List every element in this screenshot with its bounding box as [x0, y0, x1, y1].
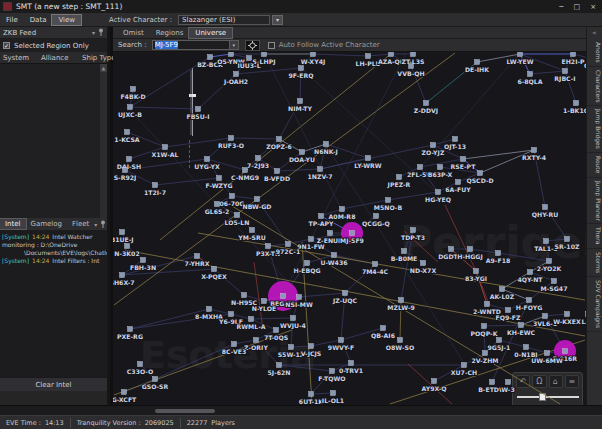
close-icon[interactable]: × — [590, 3, 596, 11]
menu-item-file[interactable]: File — [0, 15, 24, 25]
map-system-ly-wrw[interactable]: LY-WRW — [354, 156, 381, 169]
map-system-m5no-b[interactable]: M5NO-B — [374, 198, 403, 211]
map-system-b63p-x[interactable]: B63P-X — [428, 165, 453, 178]
map-system-wvju-4[interactable]: WVJU-4 — [280, 316, 307, 330]
map-system-z-ddvj[interactable]: Z-DDVJ — [414, 101, 438, 115]
map-system-83-ygi[interactable]: 83-YGI — [465, 269, 487, 282]
map-system-f4bk-d[interactable]: F4BK-D — [120, 87, 145, 100]
map-system-ay9x-q[interactable]: AY9X-Q — [421, 379, 446, 392]
maximize-icon[interactable]: □ — [574, 3, 581, 11]
right-tab-jump-bridges[interactable]: Jump Bridges — [587, 106, 602, 153]
map-system-uyg-yx[interactable]: UYG-YX — [194, 157, 220, 170]
map-system-w-3[interactable]: W-3 — [501, 380, 514, 393]
map-system-rxty-4[interactable]: RXTY-4 — [522, 148, 547, 161]
tab-universe[interactable]: Universe — [189, 28, 232, 38]
map-system-gso-sr[interactable]: GSO-SR — [142, 377, 169, 390]
map-system-de-ihk[interactable]: DE-IHK — [465, 60, 489, 73]
map-system-m-sg47[interactable]: M-SG47 — [541, 279, 568, 292]
universe-map[interactable]: ↶Ω⌂≡ PerrigenEsoteriaF4BK-DUJXC-BFB5U-IB… — [113, 52, 586, 405]
map-system-a0m-r8[interactable]: A0M-R8 — [329, 207, 356, 220]
menu-item-view[interactable]: View — [52, 15, 81, 25]
locate-crosshair-button[interactable] — [245, 40, 260, 51]
map-system-ym-sru[interactable]: YM-SRU — [237, 228, 265, 241]
map-system-il-ol1[interactable]: IL-OL1 — [322, 391, 344, 404]
map-system-9f-erq[interactable]: 9F-ERQ — [288, 66, 313, 79]
right-tab-thera[interactable]: Thera — [587, 224, 602, 248]
map-system-9g5j-1[interactable]: 9G5J-1 — [488, 338, 511, 352]
minimize-icon[interactable]: ─ — [559, 3, 563, 11]
map-system-nbw-gd[interactable]: NBW-GD — [243, 197, 272, 210]
map-system-rjbc-i[interactable]: RJBC-I — [554, 69, 575, 83]
map-system-w-kxex[interactable]: W-KXEX — [553, 312, 581, 325]
map-system-xu7-ch[interactable]: XU7-CH — [451, 363, 477, 376]
right-tab-route[interactable]: Route — [587, 153, 602, 177]
map-system-ojt-13[interactable]: OJT-13 — [444, 137, 466, 151]
right-tab-sov-campaigns[interactable]: SOV Campaigns — [587, 277, 602, 332]
map-system-9wvy-f[interactable]: 9WVY-F — [328, 338, 354, 351]
map-system-dai-sh[interactable]: DAI-SH — [117, 157, 141, 170]
right-tab-jump-planner[interactable]: Jump Planner — [587, 178, 602, 225]
map-system-qhy-ru[interactable]: QHY-RU — [532, 205, 558, 218]
horizontal-scrollbar[interactable] — [155, 409, 215, 413]
pin-icon[interactable] — [100, 220, 106, 229]
map-system-h-foyg[interactable]: H-FOYG — [516, 298, 543, 311]
map-system-qcgg-q[interactable]: QCGG-Q — [362, 214, 390, 227]
map-system-fbh-3n[interactable]: FBH-3N — [130, 258, 156, 271]
map-system-06-70g[interactable]: 06-70G — [220, 194, 245, 207]
selected-region-only-checkbox[interactable]: ✓ — [3, 42, 10, 49]
map-system-n-3k02[interactable]: N-3K02 — [114, 244, 139, 257]
map-system-ak-l0z[interactable]: AK-L0Z — [490, 287, 515, 300]
map-system-7-yhrx[interactable]: 7-YHRX — [184, 254, 209, 267]
chevron-down-icon[interactable]: ▾ — [92, 29, 95, 36]
map-system-c-nmg9[interactable]: C-NMG9 — [231, 168, 259, 181]
zkb-scrollbar[interactable]: ▲ — [100, 64, 107, 218]
clear-intel-button[interactable]: Clear Intel — [0, 377, 107, 391]
menu-item-data[interactable]: Data — [24, 15, 53, 25]
map-system-ruf3-o[interactable]: RUF3-O — [218, 136, 244, 149]
map-system-6-8qla[interactable]: 6-8QLA — [517, 72, 542, 85]
map-system-j-oah2[interactable]: J-OAH2 — [223, 72, 248, 86]
map-system-qb-ai6[interactable]: QB-AI6 — [371, 326, 395, 339]
tab-intel[interactable]: Intel — [0, 219, 26, 229]
map-system-zo-yjz[interactable]: ZO-YJZ — [422, 143, 445, 157]
chevron-down-icon[interactable]: ▾ — [272, 15, 283, 25]
column-header-alliance[interactable]: Alliance — [38, 52, 79, 63]
tab-regions[interactable]: Regions — [150, 28, 190, 38]
map-system-kh-ewc[interactable]: KH-EWC — [507, 323, 536, 336]
map-system-7m4-4c[interactable]: 7M4-4C — [362, 262, 389, 275]
auto-follow-checkbox[interactable] — [268, 42, 275, 49]
map-system-s-r92j[interactable]: S-R92J — [114, 168, 137, 182]
pin-icon[interactable] — [98, 28, 104, 37]
tab-gamelog[interactable]: Gamelog — [26, 219, 68, 229]
map-system-vvb-qh[interactable]: VVB-QH — [397, 64, 424, 77]
map-system-qscd-d[interactable]: QSCD-D — [466, 171, 493, 184]
map-system-1t2i-7[interactable]: 1T2I-7 — [144, 183, 166, 196]
map-system-b1ue-j[interactable]: B1UE-J — [113, 230, 134, 244]
right-tab-storms[interactable]: Storms — [587, 249, 602, 277]
map-system-pxe-rg[interactable]: PXE-RG — [117, 327, 143, 340]
map-system-ujxc-b[interactable]: UJXC-B — [118, 105, 142, 119]
map-system-x1w-al[interactable]: X1W-AL — [152, 145, 179, 158]
zkb-feed-header[interactable]: ZKB Feed ▾ — [0, 27, 107, 39]
chevron-down-icon[interactable]: ▾ — [230, 40, 239, 50]
map-system-4qy-nt[interactable]: 4QY-NT — [517, 270, 543, 283]
map-system-0-trv1[interactable]: 0-TRV1 — [339, 361, 363, 374]
map-system-7-2j93[interactable]: 7-2J93 — [247, 156, 269, 170]
chevron-down-icon[interactable]: ▾ — [94, 221, 97, 228]
map-system-1-bk1q[interactable]: 1-BK1Q — [563, 101, 586, 114]
right-tab-anoms[interactable]: Anoms — [587, 39, 602, 67]
map-system-1nzv-7[interactable]: 1NZV-7 — [307, 167, 332, 180]
collapse-icon[interactable]: « — [592, 27, 596, 39]
map-system-g-xcft[interactable]: G-XCFT — [113, 390, 137, 403]
map-system-rse-pt[interactable]: RSE-PT — [451, 157, 477, 170]
tab-omist[interactable]: Omist — [117, 28, 150, 38]
map-system-n6nk-j[interactable]: N6NK-J — [314, 142, 338, 156]
map-system-h-ebqg[interactable]: H-EBQG — [293, 261, 320, 274]
right-tab-characters[interactable]: Characters — [587, 67, 602, 107]
map-system-nim-ty[interactable]: NIM-TY — [288, 99, 313, 112]
map-system-o8w-so[interactable]: O8W-SO — [386, 338, 414, 351]
map-system-7t-0qs[interactable]: 7T-0QS — [264, 328, 288, 341]
map-system-doa-yu[interactable]: DOA-YU — [289, 150, 315, 163]
column-header-system[interactable]: System — [0, 52, 38, 63]
column-header-ship-type[interactable]: Ship Type — [79, 52, 116, 63]
